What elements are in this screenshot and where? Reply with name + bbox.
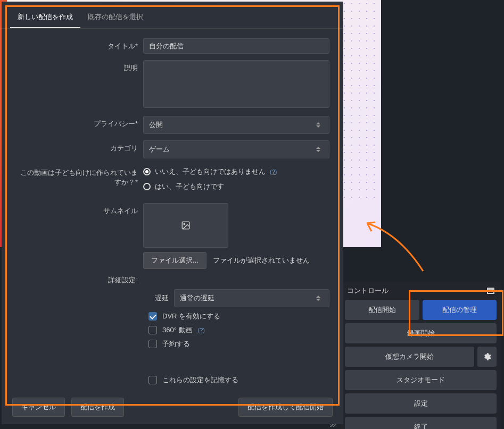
create-stream-button[interactable]: 配信を作成 [71, 398, 124, 417]
latency-label: 遅延 [148, 293, 169, 303]
checkbox-remember[interactable] [148, 376, 157, 384]
checkbox-schedule[interactable] [148, 340, 157, 348]
svg-point-1 [184, 223, 185, 224]
gear-icon [483, 352, 491, 361]
stream-setup-dialog: 新しい配信を作成 既存の配信を選択 タイトル* 説明 プライバシー* 公開 カテ… [2, 2, 343, 424]
privacy-label: プライバシー* [15, 116, 143, 129]
title-input[interactable] [143, 38, 329, 54]
settings-button[interactable]: 設定 [345, 393, 497, 414]
cancel-button[interactable]: キャンセル [12, 398, 65, 417]
thumbnail-preview[interactable] [143, 203, 228, 248]
controls-panel: コントロール 配信開始 配信の管理 録画開始 仮想カメラ開始 スタジオモード 設… [341, 282, 501, 429]
tab-create-new[interactable]: 新しい配信を作成 [10, 8, 80, 28]
tab-select-existing[interactable]: 既存の配信を選択 [80, 8, 151, 28]
description-label: 説明 [15, 60, 143, 73]
radio-for-kids[interactable] [143, 183, 151, 190]
file-select-button[interactable]: ファイル選択... [143, 252, 206, 269]
help-icon[interactable]: (?) [198, 327, 205, 333]
privacy-select[interactable]: 公開 [143, 116, 329, 134]
spinner-icon [316, 144, 324, 155]
title-label: タイトル* [15, 38, 143, 51]
help-icon[interactable]: (?) [270, 169, 277, 175]
radio-not-for-kids[interactable] [143, 168, 151, 175]
start-virtual-camera-button[interactable]: 仮想カメラ開始 [345, 347, 474, 367]
kids-label: この動画は子ども向けに作られていますか？* [15, 165, 143, 187]
studio-mode-button[interactable]: スタジオモード [345, 370, 497, 390]
latency-select[interactable]: 通常の遅延 [174, 289, 329, 307]
controls-header: コントロール [347, 286, 389, 296]
manage-stream-button[interactable]: 配信の管理 [423, 300, 497, 320]
thumbnail-label: サムネイル [15, 203, 143, 216]
category-label: カテゴリ [15, 140, 143, 153]
checkbox-360[interactable] [148, 326, 157, 334]
advanced-label: 詳細設定: [15, 275, 143, 285]
image-icon [181, 221, 191, 230]
spinner-icon [316, 293, 324, 304]
virtual-camera-settings-button[interactable] [477, 347, 497, 367]
category-select[interactable]: ゲーム [143, 140, 329, 158]
create-and-start-button[interactable]: 配信を作成して配信開始 [238, 398, 333, 417]
start-streaming-button[interactable]: 配信開始 [345, 300, 419, 320]
description-textarea[interactable] [143, 60, 329, 108]
start-recording-button[interactable]: 録画開始 [345, 323, 497, 343]
exit-button[interactable]: 終了 [345, 417, 497, 429]
checkbox-dvr[interactable] [148, 312, 157, 321]
file-status-text: ファイルが選択されていません [213, 256, 310, 265]
spinner-icon [316, 120, 324, 130]
popout-icon[interactable] [487, 288, 494, 294]
